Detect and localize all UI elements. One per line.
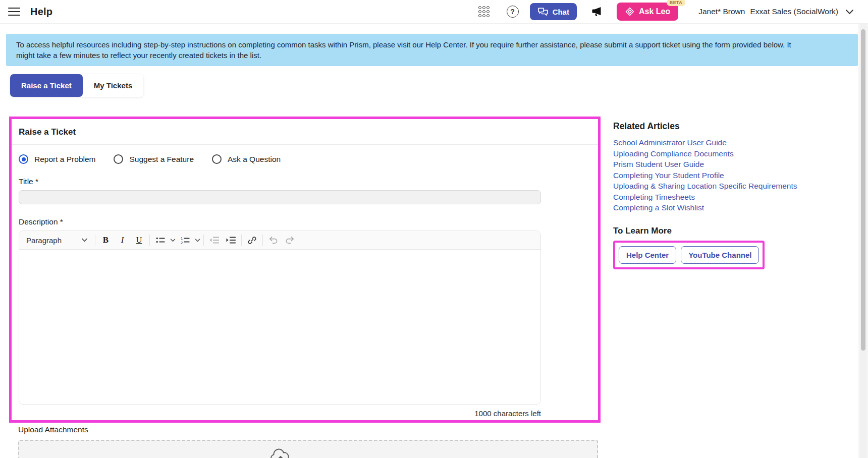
header-actions: ? Chat [478, 3, 860, 21]
link-button[interactable] [244, 233, 260, 247]
indent-button[interactable] [223, 233, 239, 247]
article-link[interactable]: Uploading Compliance Documents [613, 148, 840, 159]
page-title: Help [30, 6, 52, 18]
radio-selected-icon [19, 154, 28, 164]
panel-body: Report a Problem Suggest a Feature Ask a… [12, 145, 598, 418]
chat-button-label: Chat [553, 8, 569, 16]
info-banner-text: To access helpful resources including st… [16, 39, 803, 61]
title-input[interactable] [19, 190, 541, 204]
numbered-list-button[interactable]: 1 2 [177, 233, 193, 247]
scrollbar-thumb[interactable] [861, 29, 865, 351]
chat-button[interactable]: Chat [530, 3, 577, 20]
apps-grid-icon[interactable] [478, 6, 490, 17]
chat-bubbles-icon [537, 7, 549, 16]
description-textarea[interactable] [19, 250, 540, 404]
info-banner: To access helpful resources including st… [6, 34, 858, 66]
upload-attachments-label: Upload Attachments [18, 425, 88, 434]
beta-badge: BETA [667, 0, 685, 6]
toolbar-separator [203, 235, 204, 246]
italic-button[interactable]: I [114, 233, 131, 247]
help-center-button[interactable]: Help Center [619, 246, 676, 264]
org-name: Exxat Sales (SocialWork) [750, 7, 838, 16]
numbered-list-chevron-icon[interactable] [193, 233, 201, 247]
article-link[interactable]: Completing Timesheets [613, 192, 840, 203]
to-learn-more-title: To Learn More [613, 226, 840, 236]
svg-text:2: 2 [181, 241, 183, 245]
radio-unselected-icon [114, 154, 123, 164]
bullet-list-chevron-icon[interactable] [169, 233, 177, 247]
characters-left-counter: 1000 characters left [19, 409, 541, 418]
toolbar-separator [262, 235, 263, 246]
radio-suggest-a-feature[interactable]: Suggest a Feature [114, 154, 194, 164]
article-link[interactable]: Uploading & Sharing Location Specific Re… [613, 181, 840, 192]
cloud-upload-icon [270, 448, 291, 458]
hamburger-menu-icon[interactable] [8, 8, 20, 16]
radio-ask-a-question[interactable]: Ask a Question [212, 154, 281, 164]
right-sidebar: Related Articles School Administrator Us… [613, 121, 840, 269]
title-field-label: Title * [19, 177, 591, 186]
article-link[interactable]: Prism Student User Guide [613, 159, 840, 170]
panel-title: Raise a Ticket [12, 119, 598, 145]
toolbar-separator [241, 235, 242, 246]
article-link[interactable]: School Administrator User Guide [613, 137, 840, 148]
raise-ticket-panel: Raise a Ticket Report a Problem Suggest … [9, 117, 601, 423]
redo-button[interactable] [282, 233, 298, 247]
upload-dropzone[interactable]: Click to upload [18, 440, 598, 458]
related-articles-list: School Administrator User Guide Uploadin… [613, 137, 840, 213]
user-name: Janet* Brown [698, 7, 745, 16]
radio-unselected-icon [212, 154, 222, 164]
ask-leo-logo-icon [625, 7, 635, 17]
upload-hint-text: Click to upload [296, 448, 346, 458]
bullet-list-button[interactable] [152, 233, 169, 247]
tab-raise-a-ticket[interactable]: Raise a Ticket [10, 74, 83, 97]
ask-leo-label: Ask Leo [639, 7, 670, 16]
paragraph-style-dropdown[interactable]: Paragraph [21, 233, 93, 247]
help-circle-icon[interactable]: ? [507, 6, 519, 18]
article-link[interactable]: Completing Your Student Profile [613, 170, 840, 181]
tab-my-tickets[interactable]: My Tickets [83, 74, 143, 97]
editor-toolbar: Paragraph B I U [19, 231, 540, 250]
bold-button[interactable]: B [97, 233, 114, 247]
ticket-tabs: Raise a Ticket My Tickets [10, 74, 143, 97]
toolbar-separator [95, 235, 95, 246]
related-articles-title: Related Articles [613, 121, 840, 132]
toolbar-separator [149, 235, 150, 246]
article-link[interactable]: Completing a Slot Wishlist [613, 202, 840, 213]
ticket-type-radio-group: Report a Problem Suggest a Feature Ask a… [19, 154, 591, 164]
underline-button[interactable]: U [131, 233, 147, 247]
top-header: Help ? Chat [0, 0, 868, 24]
description-field-label: Description * [19, 217, 591, 226]
ask-leo-wrap: Ask Leo BETA [617, 3, 678, 21]
outdent-button[interactable] [206, 233, 223, 247]
youtube-channel-button[interactable]: YouTube Channel [681, 246, 759, 264]
chevron-down-icon[interactable] [845, 9, 854, 15]
megaphone-icon[interactable] [590, 6, 603, 18]
help-page: Help ? Chat [0, 0, 868, 458]
description-editor: Paragraph B I U [19, 231, 541, 405]
learn-more-highlight-box: Help Center YouTube Channel [613, 241, 765, 269]
undo-button[interactable] [265, 233, 282, 247]
radio-report-a-problem[interactable]: Report a Problem [19, 154, 95, 164]
